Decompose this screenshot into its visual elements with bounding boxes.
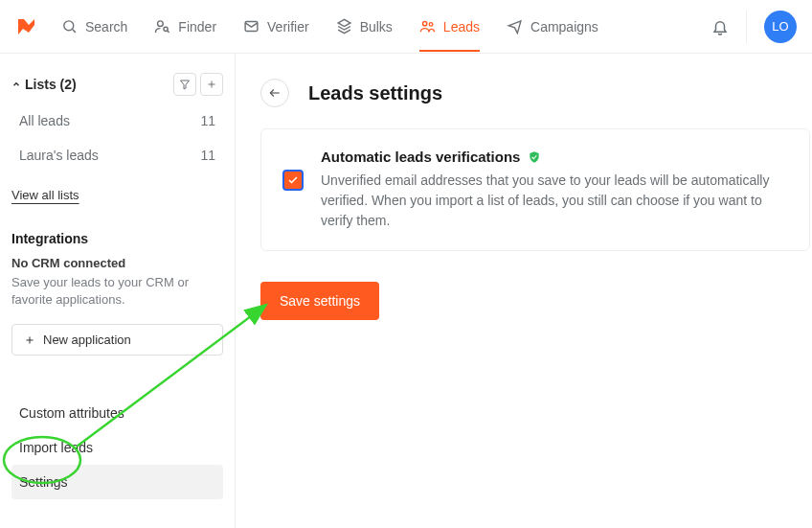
svg-point-2 xyxy=(158,21,164,27)
nav-label: Finder xyxy=(178,19,216,34)
plus-icon xyxy=(24,334,35,346)
arrow-left-icon xyxy=(268,86,282,100)
verifier-icon xyxy=(243,18,259,34)
shield-check-icon xyxy=(528,150,541,164)
card-desc: Unverified email addresses that you save… xyxy=(321,171,788,231)
sidebar-bottom-nav: Custom attributes Import leads Settings xyxy=(11,396,223,499)
list-item[interactable]: All leads 11 xyxy=(11,105,223,136)
card-title-row: Automatic leads verifications xyxy=(321,149,788,165)
campaigns-icon xyxy=(507,18,523,34)
check-icon xyxy=(287,174,299,186)
nav-label: Verifier xyxy=(267,19,309,34)
svg-point-6 xyxy=(422,22,426,26)
page-title: Leads settings xyxy=(308,82,442,104)
plus-icon xyxy=(206,79,217,90)
svg-marker-8 xyxy=(181,80,190,89)
list-label: Laura's leads xyxy=(19,148,99,163)
svg-line-1 xyxy=(73,30,76,33)
main: Lists (2) All leads 11 Laura's leads 11 … xyxy=(0,54,812,528)
nav-leads[interactable]: Leads xyxy=(419,1,480,52)
lists-header: Lists (2) xyxy=(11,73,223,102)
nav-bulks[interactable]: Bulks xyxy=(336,1,393,52)
bell-icon[interactable] xyxy=(711,18,729,35)
leads-icon xyxy=(419,18,436,34)
svg-line-4 xyxy=(168,31,169,33)
auto-verification-checkbox[interactable] xyxy=(282,170,304,191)
nav-label: Leads xyxy=(443,19,480,34)
lists-toggle[interactable]: Lists (2) xyxy=(11,77,77,92)
avatar[interactable]: LO xyxy=(764,11,797,43)
top-nav: Search Finder Verifier Bulks Leads Campa… xyxy=(0,0,812,54)
nav-campaigns[interactable]: Campaigns xyxy=(507,1,598,52)
svg-point-7 xyxy=(429,23,433,27)
auto-verification-card: Automatic leads verifications Unverified… xyxy=(260,128,810,251)
integrations-title: Integrations xyxy=(11,231,223,252)
lists-actions xyxy=(173,73,223,96)
filter-icon xyxy=(179,79,191,90)
nav-label: Search xyxy=(85,19,127,34)
lists-label: Lists (2) xyxy=(25,77,77,92)
nav-right: LO xyxy=(711,11,797,43)
nav-finder[interactable]: Finder xyxy=(154,1,216,52)
add-list-button[interactable] xyxy=(200,73,223,96)
sidebar-item-custom-attributes[interactable]: Custom attributes xyxy=(11,396,223,430)
list-label: All leads xyxy=(19,113,70,128)
separator xyxy=(746,11,747,43)
card-title: Automatic leads verifications xyxy=(321,149,520,165)
nav-label: Campaigns xyxy=(530,19,598,34)
nav-items: Search Finder Verifier Bulks Leads Campa… xyxy=(61,1,704,52)
no-crm-desc: Save your leads to your CRM or favorite … xyxy=(11,274,223,309)
list-count: 11 xyxy=(200,113,215,128)
no-crm-title: No CRM connected xyxy=(11,256,223,270)
chevron-up-icon xyxy=(11,80,21,89)
content: Leads settings Automatic leads verificat… xyxy=(236,54,812,528)
page-head: Leads settings xyxy=(260,79,812,107)
nav-label: Bulks xyxy=(360,19,393,34)
sidebar-item-settings[interactable]: Settings xyxy=(11,465,223,499)
nav-verifier[interactable]: Verifier xyxy=(243,1,309,52)
view-all-lists-link[interactable]: View all lists xyxy=(11,174,223,202)
list-count: 11 xyxy=(200,148,215,163)
filter-button[interactable] xyxy=(173,73,196,96)
new-application-button[interactable]: New application xyxy=(11,324,223,356)
new-app-label: New application xyxy=(43,333,131,347)
list-item[interactable]: Laura's leads 11 xyxy=(11,140,223,171)
card-body: Automatic leads verifications Unverified… xyxy=(321,149,788,231)
sidebar: Lists (2) All leads 11 Laura's leads 11 … xyxy=(0,54,236,528)
svg-point-0 xyxy=(64,21,74,31)
app-logo xyxy=(15,15,38,38)
back-button[interactable] xyxy=(260,79,289,107)
bulks-icon xyxy=(336,18,352,34)
finder-icon xyxy=(154,18,170,34)
sidebar-item-import-leads[interactable]: Import leads xyxy=(11,430,223,465)
search-icon xyxy=(61,18,78,34)
nav-search[interactable]: Search xyxy=(61,1,127,52)
save-settings-button[interactable]: Save settings xyxy=(260,282,379,320)
